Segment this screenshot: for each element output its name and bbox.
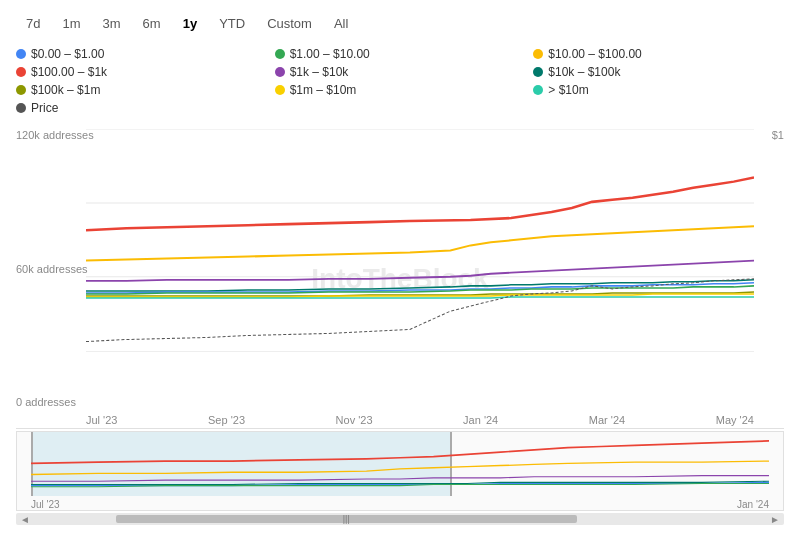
- scroll-left-arrow[interactable]: ◄: [16, 514, 34, 525]
- scrollbar[interactable]: ◄ ||| ►: [16, 513, 784, 525]
- x-axis-label: Sep '23: [208, 414, 245, 426]
- time-btn-3m[interactable]: 3m: [93, 12, 131, 35]
- legend-label: > $10m: [548, 83, 588, 97]
- time-btn-1m[interactable]: 1m: [52, 12, 90, 35]
- legend-label: $1.00 – $10.00: [290, 47, 370, 61]
- legend-item: Price: [16, 101, 267, 115]
- legend-label: $100k – $1m: [31, 83, 100, 97]
- y-axis-left: 120k addresses 60k addresses 0 addresses: [16, 129, 94, 408]
- y-label-mid: 60k addresses: [16, 263, 94, 275]
- legend-item: $100.00 – $1k: [16, 65, 267, 79]
- legend-item: > $10m: [533, 83, 784, 97]
- legend-label: $10k – $100k: [548, 65, 620, 79]
- mini-x-axis: Jul '23 Jan '24: [31, 499, 769, 510]
- legend-dot: [16, 67, 26, 77]
- legend-label: $100.00 – $1k: [31, 65, 107, 79]
- legend-label: $10.00 – $100.00: [548, 47, 641, 61]
- legend-dot: [16, 103, 26, 113]
- x-axis-label: Nov '23: [336, 414, 373, 426]
- legend-item: $0.00 – $1.00: [16, 47, 267, 61]
- chart-area: IntoTheBlock 120k addresses 60k addresse…: [16, 129, 784, 525]
- time-range-bar: 7d1m3m6m1yYTDCustomAll: [16, 12, 784, 35]
- x-axis-label: May '24: [716, 414, 754, 426]
- time-btn-7d[interactable]: 7d: [16, 12, 50, 35]
- mini-chart[interactable]: Jul '23 Jan '24: [16, 431, 784, 511]
- legend-label: $1m – $10m: [290, 83, 357, 97]
- legend-item: $1.00 – $10.00: [275, 47, 526, 61]
- time-btn-all[interactable]: All: [324, 12, 358, 35]
- y-right-label: $1: [772, 129, 784, 141]
- mini-x-label-1: Jul '23: [31, 499, 60, 510]
- time-btn-6m[interactable]: 6m: [133, 12, 171, 35]
- main-chart: IntoTheBlock 120k addresses 60k addresse…: [16, 129, 784, 429]
- legend-item: $100k – $1m: [16, 83, 267, 97]
- legend-dot: [275, 85, 285, 95]
- time-btn-custom[interactable]: Custom: [257, 12, 322, 35]
- legend-item: $10k – $100k: [533, 65, 784, 79]
- legend-dot: [16, 49, 26, 59]
- x-axis-label: Mar '24: [589, 414, 625, 426]
- chart-legend: $0.00 – $1.00$1.00 – $10.00$10.00 – $100…: [16, 47, 784, 115]
- legend-item: $10.00 – $100.00: [533, 47, 784, 61]
- y-label-top: 120k addresses: [16, 129, 94, 141]
- scroll-right-arrow[interactable]: ►: [766, 514, 784, 525]
- y-label-bottom: 0 addresses: [16, 396, 94, 408]
- legend-item: $1m – $10m: [275, 83, 526, 97]
- legend-item: $1k – $10k: [275, 65, 526, 79]
- x-axis-label: Jan '24: [463, 414, 498, 426]
- chart-container: 7d1m3m6m1yYTDCustomAll $0.00 – $1.00$1.0…: [0, 0, 800, 533]
- mini-chart-svg: [31, 432, 769, 494]
- mini-x-label-2: Jan '24: [737, 499, 769, 510]
- legend-label: $0.00 – $1.00: [31, 47, 104, 61]
- x-axis-label: Jul '23: [86, 414, 117, 426]
- scroll-thumb[interactable]: |||: [116, 515, 577, 523]
- legend-dot: [275, 67, 285, 77]
- legend-dot: [533, 67, 543, 77]
- legend-label: Price: [31, 101, 58, 115]
- y-axis-right: $1: [772, 129, 784, 408]
- legend-dot: [275, 49, 285, 59]
- scroll-handle-icon: |||: [343, 514, 350, 524]
- x-axis: Jul '23Sep '23Nov '23Jan '24Mar '24May '…: [86, 414, 754, 426]
- legend-dot: [16, 85, 26, 95]
- legend-label: $1k – $10k: [290, 65, 349, 79]
- time-btn-ytd[interactable]: YTD: [209, 12, 255, 35]
- time-btn-1y[interactable]: 1y: [173, 12, 207, 35]
- main-chart-svg: [86, 129, 754, 352]
- legend-dot: [533, 85, 543, 95]
- legend-dot: [533, 49, 543, 59]
